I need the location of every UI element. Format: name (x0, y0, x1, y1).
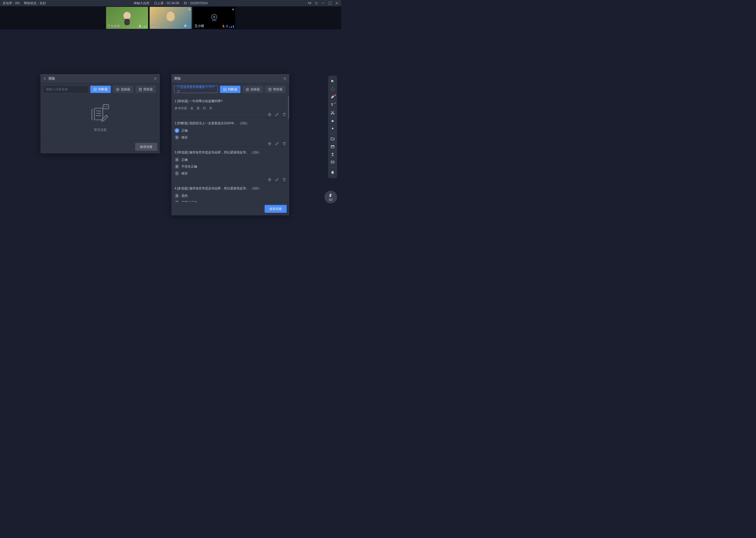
move-icon[interactable] (268, 113, 271, 116)
question-option[interactable]: C错误 (174, 171, 286, 176)
paper-name-display[interactable]: 产品说试卷名称最多十六个字 (174, 86, 218, 93)
save-paper-button[interactable]: 保存试卷 (135, 143, 157, 151)
panel-title: 测验 (174, 76, 181, 81)
svg-point-25 (106, 106, 106, 107)
svg-rect-3 (139, 25, 140, 27)
hand-icon (328, 193, 333, 198)
svg-point-43 (333, 162, 334, 162)
mic-indicator-icon (139, 25, 147, 28)
courseware-tool-icon[interactable] (328, 143, 337, 150)
empty-text: 暂无试题 (94, 128, 107, 132)
video-tile-camera-off[interactable]: × 王小明 (193, 7, 235, 29)
session-id: ID：2020070324 (184, 1, 208, 6)
question-option[interactable]: A正确 (174, 157, 286, 162)
close-window-icon[interactable] (335, 1, 339, 5)
camera-off-icon (209, 13, 219, 23)
svg-rect-2 (124, 19, 130, 26)
panel-title: 测验 (48, 76, 55, 81)
add-short-button[interactable]: 简答题 (265, 86, 286, 93)
close-icon[interactable] (283, 77, 287, 81)
video-close-icon[interactable]: × (232, 7, 234, 12)
question-option[interactable]: A正确 (174, 128, 286, 133)
svg-rect-12 (226, 25, 227, 27)
camera-switch-icon[interactable] (307, 1, 311, 5)
svg-point-6 (185, 26, 186, 26)
edit-icon[interactable] (275, 178, 279, 182)
quiz-panel-empty: 测验 判断题 选择题 简答题 暂无试题 保存试卷 (40, 74, 160, 153)
question-item: 2 [判断题] 我国宪法上一次更新是在2020年。 （2分） A正确 B错误 (174, 118, 286, 147)
tool-sidebar: T (328, 76, 337, 178)
empty-state: 暂无试题 (40, 96, 160, 140)
svg-rect-7 (188, 25, 189, 27)
text-tool-icon[interactable]: T (328, 101, 337, 109)
svg-point-26 (107, 106, 107, 107)
svg-point-15 (117, 89, 118, 89)
back-icon[interactable] (43, 77, 47, 81)
person-tool-icon[interactable] (328, 150, 337, 158)
panel-header: 测验 (40, 74, 160, 83)
move-tool-icon[interactable] (328, 85, 337, 93)
question-item: 4 [多选题] 施华洛世奇是反华品牌，所以梁鼎琪反华。 （2分） A是的 B不完… (174, 183, 286, 202)
video-name-label: 王小明 (195, 24, 204, 28)
delete-icon[interactable] (282, 142, 286, 145)
delete-icon[interactable] (282, 113, 286, 116)
add-judge-button[interactable]: 判断题 (220, 86, 240, 93)
question-option[interactable]: B不完全正确 (174, 164, 286, 169)
add-short-button[interactable]: 简答题 (135, 86, 156, 93)
question-option[interactable]: B错误 (174, 135, 286, 140)
svg-point-34 (331, 113, 332, 114)
paper-name-input[interactable] (43, 86, 88, 93)
cursor-tool-icon[interactable] (328, 77, 337, 85)
question-item: 3 [单选题] 施华洛世奇是反华品牌，所以梁鼎琪反华。 （2分） A正确 B不完… (174, 147, 286, 183)
minimize-icon[interactable] (321, 1, 325, 5)
class-title: 神秘大自然 (134, 1, 149, 6)
video-name-label: 叮当老师 (107, 24, 120, 28)
svg-point-39 (332, 153, 333, 154)
hand-raise-button[interactable]: 0/2 (324, 191, 337, 203)
svg-point-24 (104, 106, 105, 107)
move-icon[interactable] (268, 142, 271, 145)
mic-indicator-icon (222, 25, 234, 28)
video-tile-student[interactable]: × Nina (150, 7, 192, 29)
fullscreen-icon[interactable] (328, 1, 332, 5)
folder-tool-icon[interactable] (328, 135, 337, 143)
svg-point-41 (332, 162, 332, 162)
save-paper-button[interactable]: 保存试卷 (264, 205, 287, 213)
elapsed-time: 已上课：02:34:09 (154, 1, 179, 6)
settings-icon[interactable] (314, 1, 318, 5)
eraser-tool-icon[interactable] (328, 117, 337, 125)
top-bar: 丢包率：0% 网络状态：良好 神秘大自然 已上课：02:34:09 ID：202… (0, 0, 341, 6)
question-option[interactable]: A是的 (174, 193, 286, 198)
panel-toolbar: 判断题 选择题 简答题 (40, 83, 160, 96)
pen-tool-icon[interactable] (328, 93, 337, 101)
video-name-label: Nina (151, 25, 158, 28)
svg-point-9 (213, 16, 215, 18)
scissors-tool-icon[interactable] (328, 109, 337, 117)
video-tile-teacher[interactable]: 叮当老师 (106, 7, 148, 29)
question-option[interactable]: B不完全正确 (174, 200, 286, 202)
video-close-icon[interactable]: × (188, 7, 191, 12)
hand-raise-count: 0/2 (329, 198, 333, 201)
scrollbar[interactable] (288, 96, 289, 202)
svg-point-1 (123, 12, 131, 20)
delete-icon[interactable] (282, 178, 286, 182)
add-choice-button[interactable]: 选择题 (243, 86, 263, 93)
bell-tool-icon[interactable] (328, 169, 337, 177)
laser-tool-icon[interactable] (328, 125, 337, 133)
add-judge-button[interactable]: 判断题 (90, 86, 111, 93)
packet-loss: 丢包率：0% (3, 1, 20, 6)
svg-point-0 (316, 3, 317, 4)
question-item: 1 [简答题] 一年四季分别是哪四季? 参考答案：春、夏、秋、冬 (174, 96, 286, 118)
move-icon[interactable] (268, 178, 271, 182)
close-icon[interactable] (154, 77, 157, 81)
mic-indicator-icon (184, 25, 190, 28)
video-row: 叮当老师 × Nina × 王小明 (0, 6, 341, 29)
quiz-panel-editor: 测验 产品说试卷名称最多十六个字 判断题 选择题 简答题 1 [简答题] 一年四… (171, 74, 289, 215)
edit-icon[interactable] (275, 113, 279, 116)
network-status: 网络状态：良好 (24, 1, 46, 6)
add-choice-button[interactable]: 选择题 (113, 86, 133, 93)
edit-icon[interactable] (275, 142, 279, 145)
svg-rect-19 (94, 108, 103, 120)
chat-tool-icon[interactable] (328, 158, 337, 166)
empty-quiz-icon (88, 103, 112, 125)
